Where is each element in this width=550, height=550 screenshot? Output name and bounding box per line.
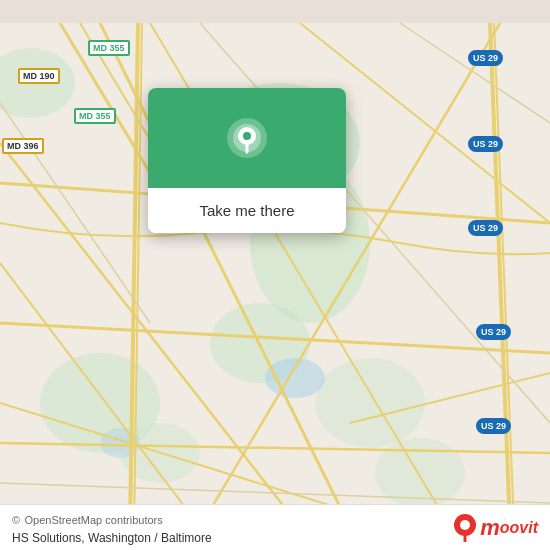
svg-point-9 (265, 358, 325, 398)
moovit-logo: moovit (480, 515, 538, 541)
road-badge-us29-5: US 29 (476, 418, 511, 434)
moovit-pin-icon (454, 514, 476, 542)
attribution-text: OpenStreetMap contributors (25, 514, 163, 526)
popup-green-area (148, 88, 346, 188)
road-badge-md396: MD 396 (2, 138, 44, 154)
svg-point-6 (315, 358, 425, 448)
road-badge-md190: MD 190 (18, 68, 60, 84)
bottom-bar: © OpenStreetMap contributors HS Solution… (0, 504, 550, 550)
popup-card: Take me there (148, 88, 346, 233)
copyright-symbol: © (12, 514, 20, 526)
moovit-wordmark: oovit (500, 519, 538, 537)
location-pin-icon (225, 116, 269, 160)
road-badge-us29-4: US 29 (476, 324, 511, 340)
moovit-brand: moovit (454, 514, 538, 542)
map-container: MD 355 MD 355 MD 190 MD 396 US 29 US 29 … (0, 0, 550, 550)
attribution-area: © OpenStreetMap contributors HS Solution… (12, 510, 212, 546)
svg-point-35 (243, 132, 251, 140)
svg-point-10 (100, 428, 140, 458)
road-badge-md355-1: MD 355 (88, 40, 130, 56)
moovit-m: m (480, 515, 500, 541)
svg-point-37 (460, 520, 470, 530)
road-badge-us29-3: US 29 (468, 220, 503, 236)
road-badge-us29-1: US 29 (468, 50, 503, 66)
take-me-there-button[interactable]: Take me there (148, 188, 346, 233)
road-badge-md355-2: MD 355 (74, 108, 116, 124)
road-badge-us29-2: US 29 (468, 136, 503, 152)
map-background (0, 0, 550, 550)
brand-location-text: HS Solutions, Washington / Baltimore (12, 531, 212, 545)
